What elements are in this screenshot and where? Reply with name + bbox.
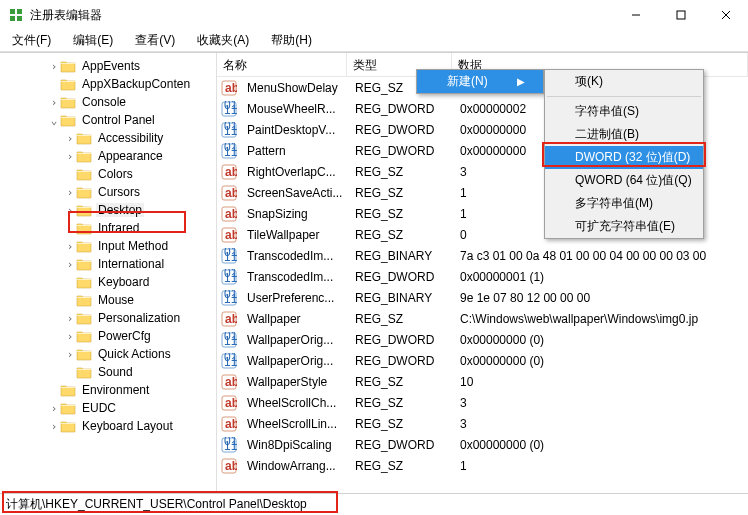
context-item[interactable]: 字符串值(S) [545, 100, 703, 123]
context-item-new[interactable]: 新建(N) ▶ [417, 70, 543, 93]
context-item[interactable]: QWORD (64 位)值(Q) [545, 169, 703, 192]
value-data: 0x00000001 (1) [454, 270, 748, 284]
expand-icon[interactable]: › [48, 96, 60, 109]
close-button[interactable] [703, 0, 748, 30]
value-type: REG_SZ [349, 459, 454, 473]
tree-item[interactable]: ›Personalization [0, 309, 216, 327]
tree-item[interactable]: ›Quick Actions [0, 345, 216, 363]
list-row[interactable]: abWheelScrollLin...REG_SZ3 [217, 413, 748, 434]
expand-icon[interactable]: › [64, 204, 76, 217]
value-data: 3 [454, 396, 748, 410]
value-icon: 011110 [221, 353, 237, 369]
value-name: Wallpaper [241, 312, 349, 326]
value-icon: 011110 [221, 290, 237, 306]
tree-item[interactable]: Sound [0, 363, 216, 381]
value-icon: ab [221, 416, 237, 432]
list-row[interactable]: 011110TranscodedIm...REG_BINARY7a c3 01 … [217, 245, 748, 266]
window-title: 注册表编辑器 [30, 7, 613, 24]
value-type: REG_SZ [349, 165, 454, 179]
list-row[interactable]: 011110TranscodedIm...REG_DWORD0x00000001… [217, 266, 748, 287]
tree-item[interactable]: ›International [0, 255, 216, 273]
tree-item-label: Console [80, 95, 128, 109]
context-item[interactable]: 多字符串值(M) [545, 192, 703, 215]
expand-icon[interactable]: › [64, 150, 76, 163]
expand-icon[interactable]: › [64, 330, 76, 343]
list-row[interactable]: abWallpaperStyleREG_SZ10 [217, 371, 748, 392]
tree-item[interactable]: Colors [0, 165, 216, 183]
tree-item[interactable]: Keyboard [0, 273, 216, 291]
menu-item[interactable]: 收藏夹(A) [193, 30, 253, 51]
context-menu-new[interactable]: 新建(N) ▶ [416, 69, 544, 94]
tree-item-label: Sound [96, 365, 135, 379]
expand-icon[interactable]: › [64, 186, 76, 199]
value-icon: ab [221, 227, 237, 243]
tree-item[interactable]: ›EUDC [0, 399, 216, 417]
tree-item[interactable]: ⌄Control Panel [0, 111, 216, 129]
tree-pane[interactable]: ›AppEventsAppXBackupConten›Console⌄Contr… [0, 53, 217, 493]
value-icon: 011110 [221, 437, 237, 453]
tree-item-label: AppXBackupConten [80, 77, 192, 91]
menu-item[interactable]: 编辑(E) [69, 30, 117, 51]
menu-item[interactable]: 查看(V) [131, 30, 179, 51]
tree-item[interactable]: ›Input Method [0, 237, 216, 255]
list-row[interactable]: abWallpaperREG_SZC:\Windows\web\wallpape… [217, 308, 748, 329]
expand-icon[interactable]: › [64, 348, 76, 361]
tree-item-label: PowerCfg [96, 329, 153, 343]
tree-item[interactable]: AppXBackupConten [0, 75, 216, 93]
value-type: REG_SZ [349, 228, 454, 242]
expand-icon[interactable]: › [48, 402, 60, 415]
context-item[interactable]: DWORD (32 位)值(D) [545, 146, 703, 169]
minimize-button[interactable] [613, 0, 658, 30]
tree-item[interactable]: ›PowerCfg [0, 327, 216, 345]
list-row[interactable]: 011110UserPreferenc...REG_BINARY9e 1e 07… [217, 287, 748, 308]
tree-item[interactable]: ›Cursors [0, 183, 216, 201]
expand-icon[interactable]: › [64, 132, 76, 145]
list-row[interactable]: 011110Win8DpiScalingREG_DWORD0x00000000 … [217, 434, 748, 455]
tree-item[interactable]: ›Desktop [0, 201, 216, 219]
expand-icon[interactable]: › [64, 312, 76, 325]
value-name: SnapSizing [241, 207, 349, 221]
tree-item-label: AppEvents [80, 59, 142, 73]
tree-item[interactable]: Mouse [0, 291, 216, 309]
expand-icon[interactable]: ⌄ [48, 114, 60, 127]
expand-icon[interactable]: › [64, 240, 76, 253]
expand-icon[interactable]: › [48, 60, 60, 73]
tree-item[interactable]: ›Accessibility [0, 129, 216, 147]
value-data: C:\Windows\web\wallpaper\Windows\img0.jp [454, 312, 748, 326]
list-row[interactable]: abWindowArrang...REG_SZ1 [217, 455, 748, 476]
expand-icon[interactable]: › [64, 258, 76, 271]
svg-rect-0 [10, 9, 15, 14]
list-row[interactable]: abWheelScrollCh...REG_SZ3 [217, 392, 748, 413]
tree-item[interactable]: Infrared [0, 219, 216, 237]
column-name[interactable]: 名称 [217, 53, 347, 76]
list-row[interactable]: 011110WallpaperOrig...REG_DWORD0x0000000… [217, 350, 748, 371]
svg-text:110: 110 [224, 334, 237, 348]
context-item-label: 二进制值(B) [575, 126, 639, 143]
svg-rect-1 [17, 9, 22, 14]
svg-text:ab: ab [225, 396, 237, 410]
tree-item[interactable]: Environment [0, 381, 216, 399]
tree-item[interactable]: ›AppEvents [0, 57, 216, 75]
value-icon: 011110 [221, 143, 237, 159]
expand-icon[interactable]: › [48, 420, 60, 433]
value-type: REG_SZ [349, 396, 454, 410]
tree-item[interactable]: ›Keyboard Layout [0, 417, 216, 435]
tree-item-label: Control Panel [80, 113, 157, 127]
menu-item[interactable]: 文件(F) [8, 30, 55, 51]
context-item[interactable]: 项(K) [545, 70, 703, 93]
value-name: MenuShowDelay [241, 81, 349, 95]
list-row[interactable]: 011110WallpaperOrig...REG_DWORD0x0000000… [217, 329, 748, 350]
maximize-button[interactable] [658, 0, 703, 30]
context-item[interactable]: 可扩充字符串值(E) [545, 215, 703, 238]
value-data: 9e 1e 07 80 12 00 00 00 [454, 291, 748, 305]
context-item-label: 新建(N) [447, 73, 488, 90]
svg-text:ab: ab [225, 459, 237, 473]
context-item[interactable]: 二进制值(B) [545, 123, 703, 146]
menu-item[interactable]: 帮助(H) [267, 30, 316, 51]
context-submenu[interactable]: 项(K)字符串值(S)二进制值(B)DWORD (32 位)值(D)QWORD … [544, 69, 704, 239]
tree-item-label: Infrared [96, 221, 141, 235]
tree-item[interactable]: ›Appearance [0, 147, 216, 165]
tree-item[interactable]: ›Console [0, 93, 216, 111]
tree-item-label: Desktop [96, 203, 144, 217]
context-separator [547, 96, 701, 97]
